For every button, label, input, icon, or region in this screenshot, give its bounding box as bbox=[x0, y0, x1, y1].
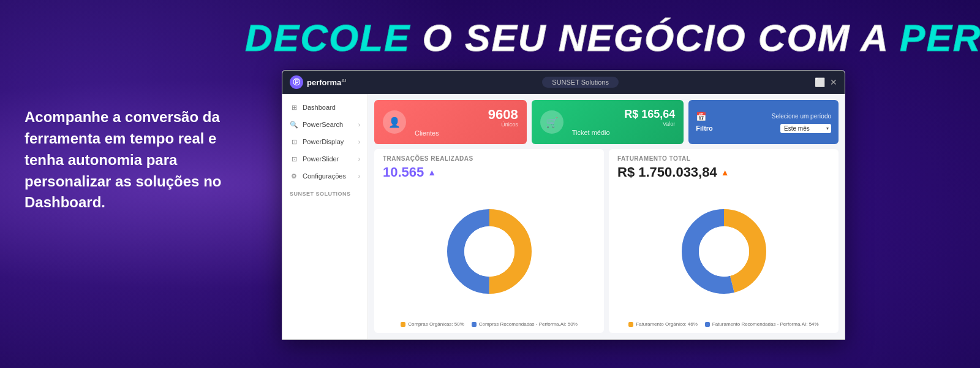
window-icon-1[interactable]: ⬜ bbox=[815, 77, 825, 87]
chart-transacoes-title: TRANSAÇÕES REALIZADAS bbox=[383, 155, 595, 162]
chart-faturamento-value: R$ 1.750.033,84 ▲ bbox=[617, 164, 830, 180]
left-text-section: Acompanhe a conversão da ferramenta em t… bbox=[24, 70, 257, 213]
transacoes-up-arrow: ▲ bbox=[428, 167, 436, 177]
chart-transacoes-canvas bbox=[383, 184, 595, 319]
powersearch-arrow: › bbox=[358, 121, 360, 128]
dashboard-icon: ⊞ bbox=[290, 103, 298, 112]
clientes-icon: 👤 bbox=[383, 110, 406, 134]
window-icon-2[interactable]: ✕ bbox=[830, 77, 837, 87]
powerslider-arrow: › bbox=[358, 156, 360, 163]
configuracoes-arrow: › bbox=[358, 173, 360, 180]
legend-dot-recomendadas bbox=[472, 322, 477, 327]
legend-label-organicas: Compras Orgânicas: 50% bbox=[408, 321, 464, 327]
legend-recomendadas: Compras Recomendadas - Performa.AI: 50% bbox=[472, 321, 578, 327]
transacoes-donut-chart bbox=[443, 205, 535, 297]
dashboard-logo: ⓟ performaAI bbox=[290, 75, 346, 89]
filter-row2: Filtro Este mês Esta semana Hoje ▾ bbox=[696, 124, 831, 133]
legend-fat-organico: Faturamento Orgânico: 46% bbox=[628, 321, 698, 327]
topbar-icons: ⬜ ✕ bbox=[815, 77, 837, 87]
topbar-company-name: SUNSET Solutions bbox=[542, 77, 619, 88]
clientes-label: Clientes bbox=[415, 129, 518, 137]
stats-row: 👤 9608 Únicos Clientes 🛒 bbox=[374, 100, 839, 144]
sidebar-label-powersearch: PowerSearch bbox=[303, 121, 343, 128]
chart-card-faturamento: FATURAMENTO TOTAL R$ 1.750.033,84 ▲ bbox=[609, 149, 839, 333]
stat-card-filter: 📅 Selecione um período Filtro Este mês E… bbox=[688, 100, 839, 144]
charts-row: TRANSAÇÕES REALIZADAS 10.565 ▲ bbox=[374, 149, 839, 333]
filter-select-wrapper[interactable]: Este mês Esta semana Hoje ▾ bbox=[780, 124, 831, 133]
stat-card-ticket: 🛒 R$ 165,64 Valor Ticket médio bbox=[532, 100, 684, 144]
powerdisplay-icon: ⊡ bbox=[290, 137, 298, 146]
sidebar-label-powerdisplay: PowerDisplay bbox=[303, 138, 344, 145]
legend-dot-organicas bbox=[401, 322, 405, 327]
faturamento-legend: Faturamento Orgânico: 46% Faturamento Re… bbox=[617, 321, 830, 327]
sidebar-label-configuracoes: Configurações bbox=[303, 172, 346, 180]
legend-fat-recomendado: Faturamento Recomendadas - Performa.AI: … bbox=[705, 321, 819, 327]
legend-label-recomendadas: Compras Recomendadas - Performa.AI: 50% bbox=[479, 321, 578, 327]
filter-label: Filtro bbox=[696, 125, 713, 132]
logo-icon: ⓟ bbox=[290, 75, 303, 89]
logo-sub: AI bbox=[341, 78, 346, 83]
description-text: Acompanhe a conversão da ferramenta em t… bbox=[24, 107, 257, 213]
sidebar-label-powerslider: PowerSlider bbox=[303, 155, 339, 163]
sidebar-item-dashboard[interactable]: ⊞ Dashboard bbox=[282, 99, 368, 116]
headline-decole: DECOLE bbox=[245, 17, 410, 59]
svg-point-2 bbox=[464, 226, 514, 277]
legend-label-fat-organico: Faturamento Orgânico: 46% bbox=[636, 321, 698, 327]
ticket-icon: 🛒 bbox=[540, 110, 564, 134]
legend-organicas: Compras Orgânicas: 50% bbox=[401, 321, 464, 327]
faturamento-donut-chart bbox=[678, 205, 770, 297]
dashboard-window: ⓟ performaAI SUNSET Solutions ⬜ ✕ ⊞ bbox=[282, 70, 845, 340]
ticket-value: R$ 165,64 bbox=[572, 108, 676, 121]
headline-performa: PERFORMA.AI! bbox=[900, 17, 980, 59]
dashboard-body: ⊞ Dashboard 🔍 PowerSearch › ⊡ bbox=[282, 94, 845, 339]
powerslider-icon: ⊡ bbox=[290, 155, 298, 163]
chart-transacoes-value: 10.565 ▲ bbox=[383, 164, 595, 180]
filter-period-label: Selecione um período bbox=[711, 113, 831, 120]
header-title-area: DECOLE O SEU NEGÓCIO COM A PERFORMA.AI! bbox=[0, 0, 980, 70]
main-area: Acompanhe a conversão da ferramenta em t… bbox=[0, 70, 980, 368]
svg-point-5 bbox=[699, 226, 749, 277]
faturamento-up-arrow: ▲ bbox=[721, 167, 729, 177]
filter-select[interactable]: Este mês Esta semana Hoje bbox=[780, 124, 831, 133]
transacoes-legend: Compras Orgânicas: 50% Compras Recomenda… bbox=[383, 321, 595, 327]
dashboard-topbar: ⓟ performaAI SUNSET Solutions ⬜ ✕ bbox=[282, 71, 845, 94]
clientes-number: 9608 bbox=[415, 108, 518, 121]
dashboard-main-content: 👤 9608 Únicos Clientes 🛒 bbox=[368, 94, 845, 339]
dashboard-sidebar: ⊞ Dashboard 🔍 PowerSearch › ⊡ bbox=[282, 94, 368, 339]
clientes-content: 9608 Únicos Clientes bbox=[415, 108, 518, 137]
page-container: DECOLE O SEU NEGÓCIO COM A PERFORMA.AI! … bbox=[0, 0, 980, 368]
legend-dot-fat-recomendado bbox=[705, 322, 710, 327]
main-headline: DECOLE O SEU NEGÓCIO COM A PERFORMA.AI! bbox=[245, 17, 980, 59]
stat-card-clientes: 👤 9608 Únicos Clientes bbox=[374, 100, 527, 144]
powersearch-icon: 🔍 bbox=[290, 120, 298, 129]
ticket-content: R$ 165,64 Valor Ticket médio bbox=[572, 108, 676, 136]
legend-label-fat-recomendado: Faturamento Recomendadas - Performa.AI: … bbox=[712, 321, 819, 327]
headline-regular: O SEU NEGÓCIO COM A bbox=[410, 17, 900, 59]
sidebar-item-powerslider[interactable]: ⊡ PowerSlider › bbox=[282, 150, 368, 167]
sidebar-item-powersearch[interactable]: 🔍 PowerSearch › bbox=[282, 116, 368, 133]
configuracoes-icon: ⚙ bbox=[290, 172, 298, 180]
sidebar-item-configuracoes[interactable]: ⚙ Configurações › bbox=[282, 167, 368, 185]
chart-card-transacoes: TRANSAÇÕES REALIZADAS 10.565 ▲ bbox=[374, 149, 604, 333]
sidebar-section-label: SUNSET SOLUTIONS bbox=[282, 185, 368, 199]
ticket-label: Ticket médio bbox=[572, 129, 676, 136]
legend-dot-fat-organico bbox=[628, 322, 633, 327]
powerdisplay-arrow: › bbox=[358, 139, 360, 145]
logo-text: performaAI bbox=[307, 78, 346, 87]
chart-faturamento-title: FATURAMENTO TOTAL bbox=[617, 155, 830, 162]
sidebar-item-powerdisplay[interactable]: ⊡ PowerDisplay › bbox=[282, 133, 368, 150]
clientes-sub: Únicos bbox=[415, 121, 518, 128]
chart-faturamento-canvas bbox=[617, 184, 830, 319]
topbar-center: SUNSET Solutions bbox=[346, 77, 815, 88]
sidebar-label-dashboard: Dashboard bbox=[303, 104, 336, 111]
filter-top: 📅 Selecione um período bbox=[696, 112, 831, 121]
filter-calendar-icon: 📅 bbox=[696, 112, 706, 121]
ticket-val-sub: Valor bbox=[572, 121, 676, 127]
